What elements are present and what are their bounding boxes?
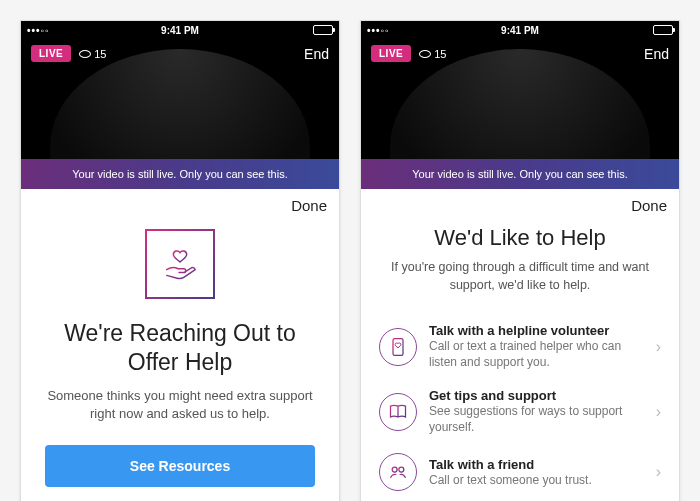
see-resources-button[interactable]: See Resources xyxy=(45,445,315,487)
chevron-right-icon: › xyxy=(656,463,661,481)
chevron-right-icon: › xyxy=(656,403,661,421)
option-friend[interactable]: Talk with a friend Call or text someone … xyxy=(379,444,661,500)
people-icon xyxy=(379,453,417,491)
svg-rect-0 xyxy=(393,338,403,355)
option-subtitle: Call or text someone you trust. xyxy=(429,473,644,489)
option-helpline[interactable]: Talk with a helpline volunteer Call or t… xyxy=(379,314,661,379)
option-tips[interactable]: Get tips and support See suggestions for… xyxy=(379,379,661,444)
option-subtitle: See suggestions for ways to support your… xyxy=(429,404,644,435)
viewer-count: 15 xyxy=(79,48,106,60)
chevron-right-icon: › xyxy=(656,338,661,356)
sheet-body: Someone thinks you might need extra supp… xyxy=(45,387,315,423)
live-badge: LIVE xyxy=(31,45,71,62)
option-title: Talk with a helpline volunteer xyxy=(429,323,644,338)
live-video-area: LIVE 15 End xyxy=(21,39,339,159)
viewer-count: 15 xyxy=(419,48,446,60)
phone-heart-icon xyxy=(379,328,417,366)
signal-strength: •••◦◦ xyxy=(367,25,390,36)
done-button[interactable]: Done xyxy=(631,197,667,214)
help-options-sheet: Done We'd Like to Help If you're going t… xyxy=(361,189,679,501)
book-icon xyxy=(379,393,417,431)
sheet-title: We'd Like to Help xyxy=(379,225,661,251)
svg-point-2 xyxy=(399,467,404,472)
option-title: Get tips and support xyxy=(429,388,644,403)
battery-indicator xyxy=(313,25,333,35)
option-subtitle: Call or text a trained helper who can li… xyxy=(429,339,644,370)
signal-strength: •••◦◦ xyxy=(27,25,50,36)
phone-screen-help-options: •••◦◦ 9:41 PM LIVE 15 End Your video is … xyxy=(360,20,680,501)
phone-screen-offer-help: •••◦◦ 9:41 PM LIVE 15 End Your video is … xyxy=(20,20,340,501)
sheet-body: If you're going through a difficult time… xyxy=(390,259,650,294)
clock: 9:41 PM xyxy=(161,25,199,36)
live-badge: LIVE xyxy=(371,45,411,62)
eye-icon xyxy=(79,50,91,58)
svg-point-1 xyxy=(392,467,397,472)
live-video-area: LIVE 15 End xyxy=(361,39,679,159)
end-button[interactable]: End xyxy=(644,46,669,62)
hand-heart-icon xyxy=(145,229,215,299)
option-title: Talk with a friend xyxy=(429,457,644,472)
privacy-notice: Your video is still live. Only you can s… xyxy=(361,159,679,189)
privacy-notice: Your video is still live. Only you can s… xyxy=(21,159,339,189)
sheet-title: We're Reaching Out to Offer Help xyxy=(45,319,315,377)
status-bar: •••◦◦ 9:41 PM xyxy=(21,21,339,39)
help-sheet: Done We're Reaching Out to Offer Help So… xyxy=(21,189,339,501)
clock: 9:41 PM xyxy=(501,25,539,36)
end-button[interactable]: End xyxy=(304,46,329,62)
battery-indicator xyxy=(653,25,673,35)
done-button[interactable]: Done xyxy=(291,197,327,214)
status-bar: •••◦◦ 9:41 PM xyxy=(361,21,679,39)
eye-icon xyxy=(419,50,431,58)
